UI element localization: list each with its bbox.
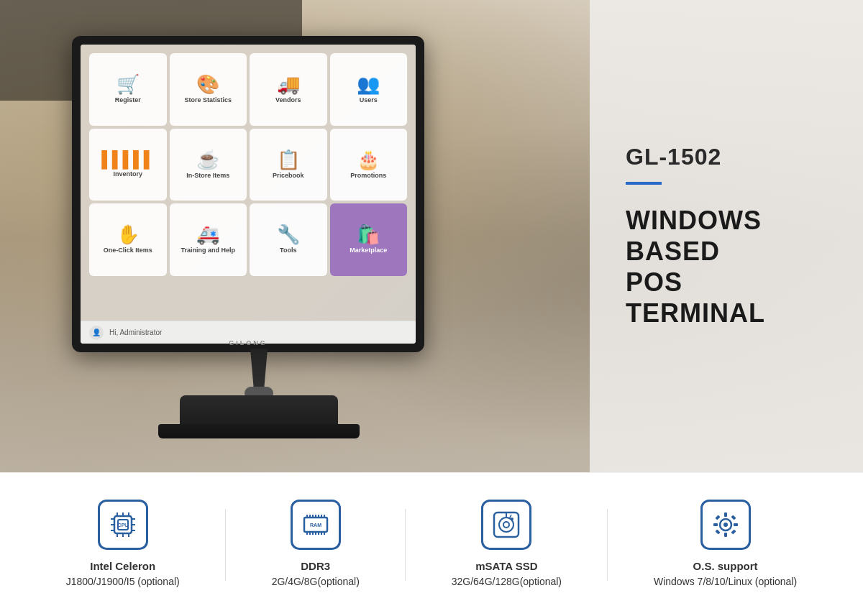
tools-icon: 🔧 [277, 225, 300, 244]
vendors-icon: 🚚 [277, 75, 300, 93]
ssd-icon-box [481, 500, 531, 550]
main-container: 🛒 Register 🎨 Store Statistics 🚚 Vendors [0, 0, 863, 616]
cpu-label2: J1800/J1900/I5 (optional) [66, 576, 180, 587]
users-icon: 👥 [357, 75, 380, 93]
spec-divider-3 [607, 509, 608, 581]
svg-point-38 [723, 523, 728, 527]
inventory-label: Inventory [113, 170, 142, 178]
cpu-label1: Intel Celeron [66, 558, 180, 575]
cpu-spec-text: Intel Celeron J1800/J1900/I5 (optional) [66, 558, 180, 590]
app-tile-marketplace[interactable]: 🛍️ Marketplace [330, 203, 408, 276]
app-tile-pricebook[interactable]: 📋 Pricebook [250, 129, 327, 201]
svg-rect-43 [715, 515, 720, 520]
product-title-line1: WINDOWS BASED [626, 206, 762, 266]
cpu-svg-icon: CPU [107, 509, 139, 541]
stats-icon: 🎨 [196, 75, 219, 93]
training-icon: 🚑 [196, 225, 219, 244]
promotions-icon: 🎂 [357, 150, 380, 169]
os-spec-text: O.S. support Windows 7/8/10/Linux (optio… [654, 558, 797, 590]
ssd-label2: 32G/64G/128G(optional) [452, 576, 562, 587]
greeting-text: Hi, Administrator [109, 328, 162, 336]
right-panel: GL-1502 WINDOWS BASED POS TERMINAL [590, 0, 863, 472]
monitor-base-bottom [158, 424, 360, 438]
svg-rect-39 [724, 512, 727, 517]
svg-rect-41 [713, 523, 718, 526]
spec-divider-2 [405, 509, 406, 581]
oneclick-icon: ✋ [117, 225, 140, 244]
svg-point-33 [503, 522, 509, 528]
cpu-icon-box: CPU [98, 500, 148, 550]
app-tile-users[interactable]: 👥 Users [330, 53, 408, 126]
app-tile-store-statistics[interactable]: 🎨 Store Statistics [170, 53, 247, 126]
user-avatar: 👤 [89, 326, 104, 340]
ssd-label1: mSATA SSD [452, 558, 562, 575]
spec-os: O.S. support Windows 7/8/10/Linux (optio… [654, 500, 797, 590]
users-label: Users [360, 96, 378, 104]
svg-point-36 [511, 518, 513, 520]
register-icon: 🛒 [117, 75, 140, 93]
app-tile-oneclick[interactable]: ✋ One-Click Items [89, 203, 167, 276]
app-grid: 🛒 Register 🎨 Store Statistics 🚚 Vendors [89, 53, 407, 276]
ram-spec-text: DDR3 2G/4G/8G(optional) [272, 558, 360, 590]
product-title: WINDOWS BASED POS TERMINAL [626, 205, 827, 329]
svg-rect-46 [731, 529, 736, 534]
promotions-label: Promotions [350, 172, 386, 180]
spec-cpu: CPU Intel Celeron J1800/J1900 [66, 500, 180, 590]
monitor-screen: 🛒 Register 🎨 Store Statistics 🚚 Vendors [81, 45, 416, 344]
pricebook-icon: 📋 [277, 150, 300, 169]
specs-section: CPU Intel Celeron J1800/J1900 [0, 472, 863, 616]
marketplace-icon: 🛍️ [357, 225, 380, 244]
spec-ram: RAM DDR3 [272, 500, 360, 590]
app-tile-promotions[interactable]: 🎂 Promotions [330, 129, 408, 201]
oneclick-label: One-Click Items [104, 247, 152, 254]
os-svg-icon [710, 509, 741, 541]
svg-rect-44 [731, 515, 736, 520]
app-tile-inventory[interactable]: ▌▌▌▌▌ Inventory [89, 129, 167, 201]
app-tile-training[interactable]: 🚑 Training and Help [170, 203, 247, 276]
spec-divider-1 [225, 509, 226, 581]
svg-rect-45 [715, 529, 720, 534]
blue-divider [626, 182, 662, 185]
spec-ssd: mSATA SSD 32G/64G/128G(optional) [452, 500, 562, 590]
vendors-label: Vendors [275, 96, 301, 104]
app-tile-register[interactable]: 🛒 Register [89, 53, 167, 126]
marketplace-label: Marketplace [350, 247, 387, 254]
instore-label: In-Store Items [186, 172, 229, 180]
os-label2: Windows 7/8/10/Linux (optional) [654, 576, 797, 587]
svg-text:CPU: CPU [117, 523, 128, 528]
monitor-brand: GILONG [229, 339, 268, 346]
product-title-line2: POS TERMINAL [626, 267, 765, 328]
training-label: Training and Help [181, 247, 235, 254]
os-icon-box [700, 500, 751, 550]
ram-label2: 2G/4G/8G(optional) [272, 576, 360, 587]
product-code: GL-1502 [626, 144, 827, 170]
svg-text:RAM: RAM [310, 523, 321, 528]
ssd-svg-icon [490, 509, 522, 541]
pricebook-label: Pricebook [273, 172, 304, 180]
svg-rect-40 [724, 533, 727, 537]
top-section: 🛒 Register 🎨 Store Statistics 🚚 Vendors [0, 0, 863, 472]
register-label: Register [115, 96, 141, 104]
pos-device: 🛒 Register 🎨 Store Statistics 🚚 Vendors [58, 36, 460, 453]
monitor-frame: 🛒 Register 🎨 Store Statistics 🚚 Vendors [72, 36, 424, 352]
svg-rect-42 [734, 523, 738, 526]
app-tile-tools[interactable]: 🔧 Tools [250, 203, 327, 276]
ssd-spec-text: mSATA SSD 32G/64G/128G(optional) [452, 558, 562, 590]
app-tile-vendors[interactable]: 🚚 Vendors [250, 53, 327, 126]
ram-label1: DDR3 [272, 558, 360, 575]
ram-svg-icon: RAM [300, 509, 332, 541]
inventory-icon: ▌▌▌▌▌ [101, 152, 154, 167]
ram-icon-box: RAM [291, 500, 341, 550]
os-label1: O.S. support [654, 558, 797, 575]
stats-label: Store Statistics [184, 96, 232, 104]
tools-label: Tools [280, 247, 296, 254]
instore-icon: ☕ [196, 150, 219, 169]
app-tile-instore[interactable]: ☕ In-Store Items [170, 129, 247, 201]
